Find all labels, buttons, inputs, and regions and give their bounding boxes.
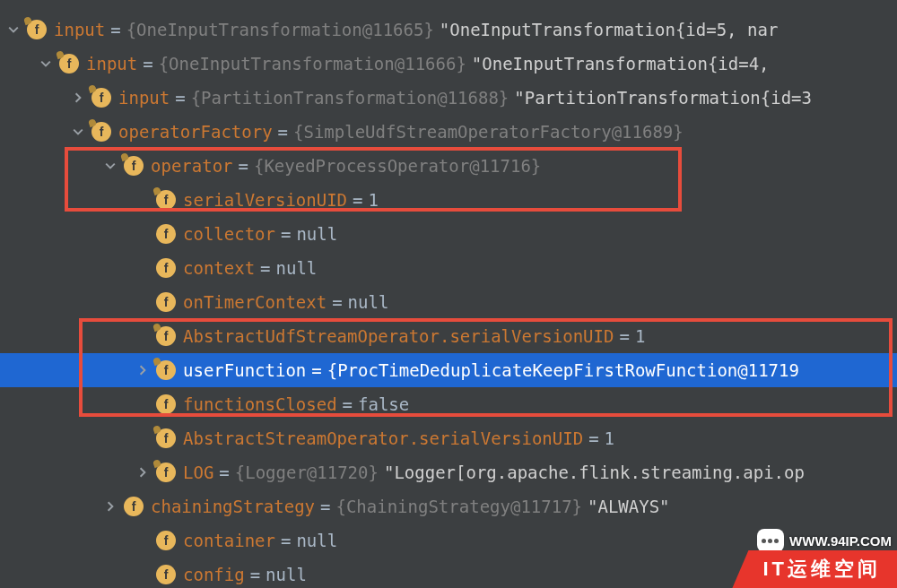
- variable-type: {PartitionTransformation@11688}: [191, 88, 509, 108]
- field-icon: f: [156, 565, 176, 584]
- variable-tostring: "PartitionTransformation{id=3: [514, 88, 812, 108]
- chevron-down-icon[interactable]: [102, 158, 118, 174]
- watermark: WWW.94IP.COM IT运维空间: [732, 529, 897, 588]
- tree-row[interactable]: fcollector=null: [0, 217, 897, 251]
- variable-value: false: [358, 394, 409, 414]
- variable-name: config: [183, 565, 245, 584]
- equals-sign: =: [175, 88, 185, 108]
- tree-row[interactable]: finput={PartitionTransformation@11688}"P…: [0, 81, 897, 115]
- variable-name: userFunction: [183, 360, 306, 380]
- tree-row[interactable]: fLOG={Logger@11720}"Logger[org.apache.fl…: [0, 455, 897, 489]
- field-icon: f: [156, 463, 176, 482]
- variable-type: {SimpleUdfStreamOperatorFactory@11689}: [293, 122, 684, 142]
- variable-tostring: "OneInputTransformation{id=5, nar: [440, 20, 779, 39]
- field-icon: f: [156, 258, 176, 278]
- tree-row[interactable]: foperator={KeyedProcessOperator@11716}: [0, 149, 897, 183]
- debug-variable-tree[interactable]: finput={OneInputTransformation@11665}"On…: [0, 0, 897, 588]
- field-icon: f: [156, 292, 176, 312]
- equals-sign: =: [332, 292, 342, 312]
- field-icon: f: [156, 326, 176, 346]
- variable-value: null: [276, 258, 318, 278]
- field-icon: f: [156, 190, 176, 210]
- equals-sign: =: [588, 428, 598, 448]
- equals-sign: =: [278, 122, 288, 142]
- variable-name: operator: [151, 156, 233, 176]
- chevron-right-icon[interactable]: [135, 362, 151, 378]
- field-icon: f: [156, 394, 176, 414]
- equals-sign: =: [343, 394, 353, 414]
- variable-name: serialVersionUID: [183, 190, 347, 210]
- variable-tostring: "OneInputTransformation{id=4,: [472, 54, 770, 74]
- tree-row[interactable]: fAbstractStreamOperator.serialVersionUID…: [0, 421, 897, 455]
- tree-row[interactable]: fserialVersionUID=1: [0, 183, 897, 217]
- variable-value: 1: [635, 326, 645, 346]
- chevron-down-icon[interactable]: [70, 124, 86, 140]
- variable-name: collector: [183, 224, 275, 244]
- field-icon: f: [27, 20, 47, 39]
- field-icon: f: [124, 156, 144, 176]
- chevron-right-icon[interactable]: [102, 498, 118, 514]
- tree-row[interactable]: fchainingStrategy={ChainingStrategy@1171…: [0, 489, 897, 523]
- variable-name: input: [54, 20, 105, 39]
- variable-name: input: [86, 54, 137, 74]
- equals-sign: =: [353, 190, 362, 210]
- variable-value: null: [296, 531, 337, 550]
- chevron-right-icon[interactable]: [70, 90, 86, 106]
- tree-row[interactable]: fuserFunction={ProcTimeDeduplicateKeepFi…: [0, 353, 897, 387]
- field-icon: f: [156, 360, 176, 380]
- equals-sign: =: [250, 565, 260, 584]
- equals-sign: =: [219, 463, 229, 482]
- equals-sign: =: [239, 156, 248, 176]
- variable-type: {ProcTimeDeduplicateKeepFirstRowFunction…: [327, 360, 799, 380]
- variable-value: 1: [368, 190, 378, 210]
- chevron-down-icon[interactable]: [5, 22, 22, 38]
- variable-name: container: [183, 531, 275, 550]
- tree-row[interactable]: ffunctionsClosed=false: [0, 387, 897, 421]
- variable-tostring: "Logger[org.apache.flink.streaming.api.o…: [384, 463, 805, 482]
- chevron-down-icon[interactable]: [38, 56, 54, 72]
- equals-sign: =: [143, 54, 152, 74]
- field-icon: f: [156, 428, 176, 448]
- equals-sign: =: [281, 531, 291, 550]
- field-icon: f: [156, 531, 176, 550]
- variable-value: null: [296, 224, 337, 244]
- field-icon: f: [91, 88, 111, 108]
- variable-type: {OneInputTransformation@11666}: [159, 54, 466, 74]
- field-icon: f: [59, 54, 79, 74]
- field-icon: f: [124, 497, 144, 516]
- variable-name: LOG: [183, 463, 213, 482]
- variable-type: {OneInputTransformation@11665}: [126, 20, 434, 39]
- wechat-icon: [757, 529, 784, 552]
- equals-sign: =: [619, 326, 629, 346]
- variable-name: AbstractStreamOperator.serialVersionUID: [183, 428, 583, 448]
- variable-type: {Logger@11720}: [235, 463, 379, 482]
- tree-row[interactable]: fonTimerContext=null: [0, 285, 897, 319]
- field-icon: f: [156, 224, 176, 244]
- variable-name: input: [118, 88, 170, 108]
- variable-name: chainingStrategy: [151, 497, 315, 516]
- tree-row[interactable]: finput={OneInputTransformation@11666}"On…: [0, 47, 897, 81]
- equals-sign: =: [260, 258, 270, 278]
- tree-row[interactable]: finput={OneInputTransformation@11665}"On…: [0, 13, 897, 47]
- variable-type: {ChainingStrategy@11717}: [335, 497, 582, 516]
- equals-sign: =: [281, 224, 291, 244]
- tree-row[interactable]: fcontext=null: [0, 251, 897, 285]
- field-icon: f: [91, 122, 111, 142]
- variable-name: onTimerContext: [183, 292, 327, 312]
- variable-value: null: [348, 292, 389, 312]
- variable-name: context: [183, 258, 255, 278]
- variable-name: functionsClosed: [183, 394, 337, 414]
- tree-row[interactable]: fAbstractUdfStreamOperator.serialVersion…: [0, 319, 897, 353]
- variable-value: 1: [605, 428, 614, 448]
- variable-name: operatorFactory: [118, 122, 273, 142]
- variable-tostring: "ALWAYS": [588, 497, 670, 516]
- variable-type: {KeyedProcessOperator@11716}: [254, 156, 541, 176]
- equals-sign: =: [311, 360, 321, 380]
- equals-sign: =: [320, 497, 330, 516]
- variable-name: AbstractUdfStreamOperator.serialVersionU…: [183, 326, 614, 346]
- variable-value: null: [266, 565, 307, 584]
- chevron-right-icon[interactable]: [135, 464, 151, 480]
- watermark-banner: IT运维空间: [732, 550, 897, 588]
- tree-row[interactable]: foperatorFactory={SimpleUdfStreamOperato…: [0, 115, 897, 149]
- equals-sign: =: [110, 20, 120, 39]
